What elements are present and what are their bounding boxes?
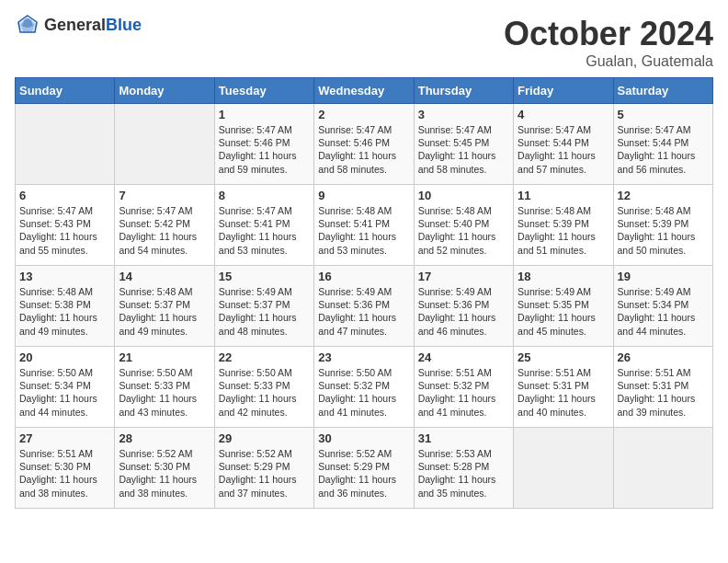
day-number: 6: [19, 189, 110, 202]
day-info: Sunrise: 5:48 AMSunset: 5:39 PMDaylight:…: [618, 204, 709, 257]
day-info: Sunrise: 5:47 AMSunset: 5:43 PMDaylight:…: [19, 204, 110, 257]
day-info: Sunrise: 5:48 AMSunset: 5:38 PMDaylight:…: [19, 285, 110, 338]
day-info: Sunrise: 5:49 AMSunset: 5:37 PMDaylight:…: [219, 285, 310, 338]
calendar-cell: 27Sunrise: 5:51 AMSunset: 5:30 PMDayligh…: [16, 428, 115, 509]
calendar-week-row: 6Sunrise: 5:47 AMSunset: 5:43 PMDaylight…: [16, 185, 713, 266]
calendar-cell: 12Sunrise: 5:48 AMSunset: 5:39 PMDayligh…: [613, 185, 712, 266]
calendar-cell: 3Sunrise: 5:47 AMSunset: 5:45 PMDaylight…: [414, 104, 513, 185]
day-info: Sunrise: 5:50 AMSunset: 5:33 PMDaylight:…: [119, 366, 210, 419]
day-number: 8: [219, 189, 310, 202]
calendar-cell: 31Sunrise: 5:53 AMSunset: 5:28 PMDayligh…: [414, 428, 513, 509]
day-number: 14: [119, 270, 210, 283]
day-info: Sunrise: 5:51 AMSunset: 5:31 PMDaylight:…: [518, 366, 609, 419]
weekday-header: Thursday: [414, 78, 513, 104]
day-info: Sunrise: 5:52 AMSunset: 5:29 PMDaylight:…: [219, 447, 310, 500]
calendar-cell: 21Sunrise: 5:50 AMSunset: 5:33 PMDayligh…: [115, 347, 214, 428]
day-info: Sunrise: 5:51 AMSunset: 5:30 PMDaylight:…: [19, 447, 110, 500]
calendar-cell: [613, 428, 712, 509]
day-info: Sunrise: 5:47 AMSunset: 5:41 PMDaylight:…: [219, 204, 310, 257]
calendar-cell: 8Sunrise: 5:47 AMSunset: 5:41 PMDaylight…: [214, 185, 313, 266]
day-info: Sunrise: 5:51 AMSunset: 5:31 PMDaylight:…: [618, 366, 709, 419]
day-number: 31: [418, 431, 509, 445]
day-info: Sunrise: 5:51 AMSunset: 5:32 PMDaylight:…: [418, 366, 509, 419]
calendar-week-row: 20Sunrise: 5:50 AMSunset: 5:34 PMDayligh…: [16, 347, 713, 428]
logo-icon: [15, 15, 40, 35]
day-number: 27: [19, 431, 110, 445]
day-number: 25: [518, 350, 609, 364]
weekday-row: SundayMondayTuesdayWednesdayThursdayFrid…: [16, 78, 713, 104]
day-number: 5: [618, 108, 709, 121]
calendar-header: SundayMondayTuesdayWednesdayThursdayFrid…: [16, 78, 713, 104]
day-info: Sunrise: 5:47 AMSunset: 5:44 PMDaylight:…: [518, 123, 609, 176]
day-number: 24: [418, 350, 509, 364]
calendar-cell: [16, 104, 115, 185]
location-title: Gualan, Guatemala: [504, 53, 713, 70]
calendar-cell: 1Sunrise: 5:47 AMSunset: 5:46 PMDaylight…: [214, 104, 313, 185]
calendar-cell: 9Sunrise: 5:48 AMSunset: 5:41 PMDaylight…: [314, 185, 414, 266]
day-info: Sunrise: 5:50 AMSunset: 5:34 PMDaylight:…: [19, 366, 110, 419]
day-info: Sunrise: 5:52 AMSunset: 5:30 PMDaylight:…: [119, 447, 210, 500]
day-info: Sunrise: 5:53 AMSunset: 5:28 PMDaylight:…: [418, 447, 509, 500]
day-number: 9: [318, 189, 409, 202]
day-number: 26: [618, 350, 709, 364]
day-info: Sunrise: 5:47 AMSunset: 5:46 PMDaylight:…: [318, 123, 409, 176]
weekday-header: Saturday: [613, 78, 712, 104]
calendar-week-row: 1Sunrise: 5:47 AMSunset: 5:46 PMDaylight…: [16, 104, 713, 185]
day-info: Sunrise: 5:49 AMSunset: 5:36 PMDaylight:…: [418, 285, 509, 338]
day-info: Sunrise: 5:48 AMSunset: 5:39 PMDaylight:…: [518, 204, 609, 257]
day-number: 18: [518, 270, 609, 283]
weekday-header: Monday: [115, 78, 214, 104]
day-info: Sunrise: 5:50 AMSunset: 5:33 PMDaylight:…: [219, 366, 310, 419]
logo-blue: Blue: [106, 16, 142, 34]
day-number: 29: [219, 431, 310, 445]
calendar-cell: [115, 104, 214, 185]
calendar-cell: 2Sunrise: 5:47 AMSunset: 5:46 PMDaylight…: [314, 104, 414, 185]
day-info: Sunrise: 5:52 AMSunset: 5:29 PMDaylight:…: [318, 447, 409, 500]
calendar-body: 1Sunrise: 5:47 AMSunset: 5:46 PMDaylight…: [16, 104, 713, 509]
day-number: 1: [219, 108, 310, 121]
calendar-cell: 20Sunrise: 5:50 AMSunset: 5:34 PMDayligh…: [16, 347, 115, 428]
calendar-cell: 17Sunrise: 5:49 AMSunset: 5:36 PMDayligh…: [414, 266, 513, 347]
logo-text: GeneralBlue: [44, 16, 142, 35]
day-number: 10: [418, 189, 509, 202]
day-info: Sunrise: 5:48 AMSunset: 5:37 PMDaylight:…: [119, 285, 210, 338]
calendar-cell: 16Sunrise: 5:49 AMSunset: 5:36 PMDayligh…: [314, 266, 414, 347]
day-number: 11: [518, 189, 609, 202]
day-number: 21: [119, 350, 210, 364]
day-number: 28: [119, 431, 210, 445]
calendar-cell: 26Sunrise: 5:51 AMSunset: 5:31 PMDayligh…: [613, 347, 712, 428]
day-number: 2: [318, 108, 409, 121]
day-info: Sunrise: 5:47 AMSunset: 5:44 PMDaylight:…: [618, 123, 709, 176]
header: GeneralBlue October 2024 Gualan, Guatema…: [15, 15, 713, 70]
weekday-header: Friday: [514, 78, 613, 104]
calendar-cell: 30Sunrise: 5:52 AMSunset: 5:29 PMDayligh…: [314, 428, 414, 509]
logo-general: General: [44, 16, 106, 34]
day-info: Sunrise: 5:49 AMSunset: 5:34 PMDaylight:…: [618, 285, 709, 338]
calendar-cell: 10Sunrise: 5:48 AMSunset: 5:40 PMDayligh…: [414, 185, 513, 266]
calendar-cell: 24Sunrise: 5:51 AMSunset: 5:32 PMDayligh…: [414, 347, 513, 428]
calendar-cell: 7Sunrise: 5:47 AMSunset: 5:42 PMDaylight…: [115, 185, 214, 266]
day-info: Sunrise: 5:48 AMSunset: 5:41 PMDaylight:…: [318, 204, 409, 257]
calendar-cell: [514, 428, 613, 509]
calendar-cell: 19Sunrise: 5:49 AMSunset: 5:34 PMDayligh…: [613, 266, 712, 347]
day-info: Sunrise: 5:48 AMSunset: 5:40 PMDaylight:…: [418, 204, 509, 257]
day-info: Sunrise: 5:50 AMSunset: 5:32 PMDaylight:…: [318, 366, 409, 419]
calendar-cell: 23Sunrise: 5:50 AMSunset: 5:32 PMDayligh…: [314, 347, 414, 428]
day-number: 22: [219, 350, 310, 364]
calendar-cell: 14Sunrise: 5:48 AMSunset: 5:37 PMDayligh…: [115, 266, 214, 347]
day-number: 17: [418, 270, 509, 283]
day-number: 7: [119, 189, 210, 202]
calendar-cell: 11Sunrise: 5:48 AMSunset: 5:39 PMDayligh…: [514, 185, 613, 266]
calendar-cell: 15Sunrise: 5:49 AMSunset: 5:37 PMDayligh…: [214, 266, 313, 347]
day-info: Sunrise: 5:47 AMSunset: 5:42 PMDaylight:…: [119, 204, 210, 257]
calendar-table: SundayMondayTuesdayWednesdayThursdayFrid…: [15, 77, 713, 509]
month-title: October 2024: [504, 15, 713, 53]
day-number: 16: [318, 270, 409, 283]
weekday-header: Wednesday: [314, 78, 414, 104]
calendar-cell: 22Sunrise: 5:50 AMSunset: 5:33 PMDayligh…: [214, 347, 313, 428]
weekday-header: Tuesday: [214, 78, 313, 104]
calendar-week-row: 27Sunrise: 5:51 AMSunset: 5:30 PMDayligh…: [16, 428, 713, 509]
day-number: 23: [318, 350, 409, 364]
calendar-cell: 13Sunrise: 5:48 AMSunset: 5:38 PMDayligh…: [16, 266, 115, 347]
day-number: 19: [618, 270, 709, 283]
